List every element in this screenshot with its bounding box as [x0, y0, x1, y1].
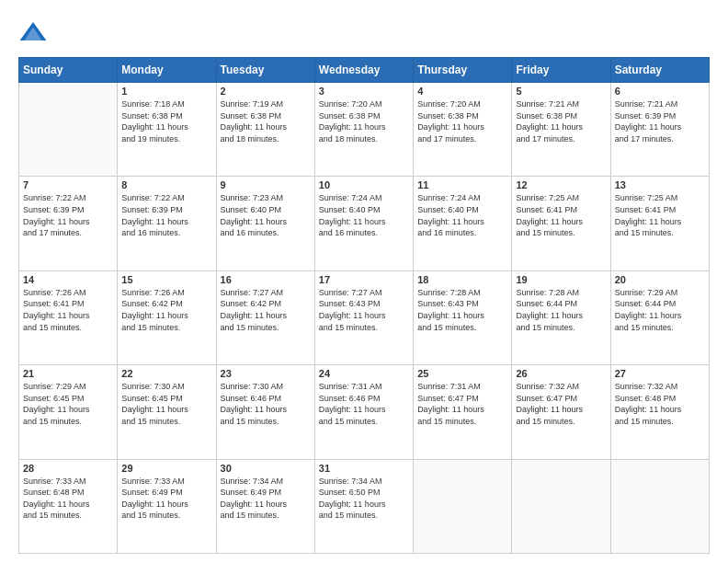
daylight-text: Daylight: 11 hours [23, 216, 113, 228]
calendar-cell: 22 Sunrise: 7:30 AM Sunset: 6:45 PM Dayl… [118, 365, 216, 459]
calendar-cell: 31 Sunrise: 7:34 AM Sunset: 6:50 PM Dayl… [314, 459, 413, 553]
day-of-week-header: Friday [512, 58, 610, 83]
cell-info: Sunrise: 7:30 AM Sunset: 6:46 PM Dayligh… [221, 381, 311, 427]
calendar-cell: 3 Sunrise: 7:20 AM Sunset: 6:38 PM Dayli… [314, 83, 413, 177]
day-number: 12 [516, 179, 606, 190]
calendar-week-row: 1 Sunrise: 7:18 AM Sunset: 6:38 PM Dayli… [19, 83, 710, 177]
sunrise-text: Sunrise: 7:25 AM [615, 192, 705, 204]
daylight-text2: and 15 minutes. [615, 227, 705, 239]
cell-info: Sunrise: 7:22 AM Sunset: 6:39 PM Dayligh… [121, 192, 211, 238]
sunrise-text: Sunrise: 7:25 AM [516, 192, 606, 204]
cell-info: Sunrise: 7:32 AM Sunset: 6:47 PM Dayligh… [516, 381, 606, 427]
calendar-cell: 30 Sunrise: 7:34 AM Sunset: 6:49 PM Dayl… [216, 459, 314, 553]
daylight-text: Daylight: 11 hours [23, 499, 113, 511]
daylight-text2: and 18 minutes. [319, 133, 409, 145]
calendar-cell: 27 Sunrise: 7:32 AM Sunset: 6:48 PM Dayl… [610, 365, 709, 459]
sunset-text: Sunset: 6:49 PM [221, 487, 311, 499]
calendar-cell: 12 Sunrise: 7:25 AM Sunset: 6:41 PM Dayl… [512, 177, 610, 270]
daylight-text2: and 15 minutes. [516, 416, 606, 428]
sunset-text: Sunset: 6:45 PM [23, 393, 113, 405]
daylight-text: Daylight: 11 hours [23, 404, 113, 416]
calendar-cell: 29 Sunrise: 7:33 AM Sunset: 6:49 PM Dayl… [118, 459, 216, 553]
daylight-text: Daylight: 11 hours [417, 310, 507, 322]
daylight-text2: and 15 minutes. [615, 416, 705, 428]
sunset-text: Sunset: 6:44 PM [615, 298, 705, 310]
calendar-cell: 1 Sunrise: 7:18 AM Sunset: 6:38 PM Dayli… [118, 83, 216, 177]
day-number: 16 [221, 274, 311, 285]
daylight-text2: and 19 minutes. [121, 133, 211, 145]
cell-info: Sunrise: 7:19 AM Sunset: 6:38 PM Dayligh… [221, 98, 311, 144]
calendar-cell [512, 459, 610, 553]
calendar-header-row: SundayMondayTuesdayWednesdayThursdayFrid… [19, 58, 710, 83]
sunset-text: Sunset: 6:47 PM [417, 393, 507, 405]
daylight-text2: and 15 minutes. [23, 322, 113, 334]
day-number: 13 [615, 179, 705, 190]
calendar-cell: 20 Sunrise: 7:29 AM Sunset: 6:44 PM Dayl… [610, 270, 709, 364]
sunset-text: Sunset: 6:46 PM [221, 393, 311, 405]
calendar-week-row: 14 Sunrise: 7:26 AM Sunset: 6:41 PM Dayl… [19, 270, 710, 364]
sunrise-text: Sunrise: 7:27 AM [221, 287, 311, 299]
sunset-text: Sunset: 6:40 PM [221, 204, 311, 216]
daylight-text2: and 15 minutes. [417, 416, 507, 428]
day-number: 23 [221, 368, 311, 379]
sunset-text: Sunset: 6:40 PM [319, 204, 409, 216]
day-of-week-header: Monday [118, 58, 216, 83]
sunset-text: Sunset: 6:42 PM [221, 298, 311, 310]
cell-info: Sunrise: 7:18 AM Sunset: 6:38 PM Dayligh… [121, 98, 211, 144]
sunset-text: Sunset: 6:38 PM [221, 110, 311, 122]
sunrise-text: Sunrise: 7:31 AM [319, 381, 409, 393]
page: SundayMondayTuesdayWednesdayThursdayFrid… [0, 0, 728, 563]
calendar-cell [414, 459, 512, 553]
header [18, 18, 710, 48]
sunrise-text: Sunrise: 7:18 AM [121, 98, 211, 110]
cell-info: Sunrise: 7:34 AM Sunset: 6:49 PM Dayligh… [221, 476, 311, 522]
sunset-text: Sunset: 6:39 PM [615, 110, 705, 122]
day-number: 4 [417, 86, 507, 97]
daylight-text: Daylight: 11 hours [516, 121, 606, 133]
day-number: 10 [319, 179, 409, 190]
daylight-text2: and 18 minutes. [221, 133, 311, 145]
cell-info: Sunrise: 7:23 AM Sunset: 6:40 PM Dayligh… [221, 192, 311, 238]
sunset-text: Sunset: 6:38 PM [121, 110, 211, 122]
daylight-text: Daylight: 11 hours [121, 404, 211, 416]
sunset-text: Sunset: 6:39 PM [23, 204, 113, 216]
cell-info: Sunrise: 7:29 AM Sunset: 6:44 PM Dayligh… [615, 287, 705, 333]
calendar-cell: 26 Sunrise: 7:32 AM Sunset: 6:47 PM Dayl… [512, 365, 610, 459]
daylight-text2: and 15 minutes. [319, 510, 409, 522]
sunrise-text: Sunrise: 7:32 AM [516, 381, 606, 393]
daylight-text: Daylight: 11 hours [417, 404, 507, 416]
cell-info: Sunrise: 7:20 AM Sunset: 6:38 PM Dayligh… [417, 98, 507, 144]
day-number: 28 [23, 463, 113, 474]
daylight-text: Daylight: 11 hours [615, 404, 705, 416]
sunrise-text: Sunrise: 7:26 AM [23, 287, 113, 299]
calendar-cell: 17 Sunrise: 7:27 AM Sunset: 6:43 PM Dayl… [314, 270, 413, 364]
sunrise-text: Sunrise: 7:30 AM [221, 381, 311, 393]
calendar-cell: 25 Sunrise: 7:31 AM Sunset: 6:47 PM Dayl… [414, 365, 512, 459]
logo-icon [18, 18, 48, 48]
calendar-cell: 16 Sunrise: 7:27 AM Sunset: 6:42 PM Dayl… [216, 270, 314, 364]
daylight-text2: and 16 minutes. [221, 227, 311, 239]
day-number: 21 [23, 368, 113, 379]
daylight-text: Daylight: 11 hours [615, 216, 705, 228]
day-number: 11 [417, 179, 507, 190]
day-number: 18 [417, 274, 507, 285]
day-number: 22 [121, 368, 211, 379]
calendar-cell: 23 Sunrise: 7:30 AM Sunset: 6:46 PM Dayl… [216, 365, 314, 459]
day-number: 30 [221, 463, 311, 474]
sunrise-text: Sunrise: 7:19 AM [221, 98, 311, 110]
sunset-text: Sunset: 6:48 PM [23, 487, 113, 499]
calendar-cell: 13 Sunrise: 7:25 AM Sunset: 6:41 PM Dayl… [610, 177, 709, 270]
sunset-text: Sunset: 6:49 PM [121, 487, 211, 499]
day-number: 3 [319, 86, 409, 97]
calendar-week-row: 21 Sunrise: 7:29 AM Sunset: 6:45 PM Dayl… [19, 365, 710, 459]
sunset-text: Sunset: 6:39 PM [121, 204, 211, 216]
daylight-text2: and 15 minutes. [121, 322, 211, 334]
daylight-text: Daylight: 11 hours [319, 404, 409, 416]
sunset-text: Sunset: 6:45 PM [121, 393, 211, 405]
logo [18, 18, 51, 48]
day-number: 5 [516, 86, 606, 97]
cell-info: Sunrise: 7:26 AM Sunset: 6:41 PM Dayligh… [23, 287, 113, 333]
calendar-cell: 24 Sunrise: 7:31 AM Sunset: 6:46 PM Dayl… [314, 365, 413, 459]
cell-info: Sunrise: 7:21 AM Sunset: 6:38 PM Dayligh… [516, 98, 606, 144]
sunrise-text: Sunrise: 7:29 AM [615, 287, 705, 299]
